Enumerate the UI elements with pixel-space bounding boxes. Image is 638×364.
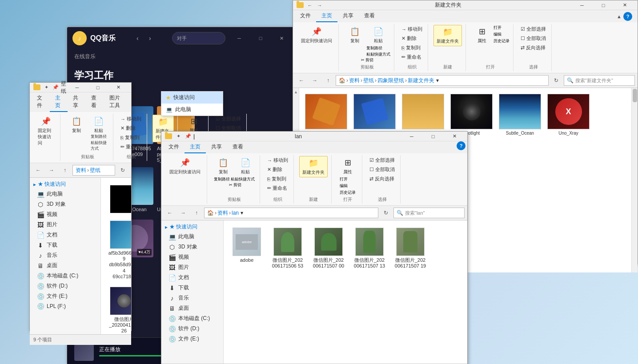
file-item-planet[interactable]: 微信图片_202004151226 — [106, 285, 131, 334]
grid-item-ocean[interactable]: Subtle_Ocean — [497, 92, 543, 144]
sidebar-this-pc[interactable]: 💻 此电脑 — [30, 189, 100, 199]
tab-share-3[interactable]: 共享 — [337, 10, 359, 22]
close-btn-1[interactable]: ✕ — [108, 81, 128, 94]
back-nav-1[interactable]: ← — [32, 165, 44, 176]
moveto-btn-2[interactable]: → 移动到 — [265, 156, 290, 164]
file-item-ocean[interactable]: af5b3d9669d09db9b58d9897469cc718_r — [106, 219, 131, 281]
invert-btn-2[interactable]: ⇄ 反向选择 — [368, 175, 397, 183]
sidebar-dl-2[interactable]: ⬇ 下载 — [161, 283, 223, 293]
refresh-nav-3[interactable]: ↻ — [550, 75, 562, 86]
tab-home-2[interactable]: 主页 — [185, 141, 206, 153]
new-folder-btn-2[interactable]: 📁 新建文件夹 — [299, 156, 328, 177]
rename-btn-2[interactable]: ✏ 重命名 — [265, 184, 290, 192]
tab-view-3[interactable]: 查看 — [359, 10, 380, 22]
sidebar-lpl-f[interactable]: 💿 LPL (F:) — [30, 301, 100, 311]
back-nav-3[interactable]: ← — [296, 75, 307, 86]
copyto-btn[interactable]: ⎘ 复制到 — [119, 133, 143, 142]
sidebar-quick-access-header[interactable]: ▸ ★ 快速访问 — [30, 180, 100, 189]
selectall-btn-3[interactable]: ☑ 全部选择 — [519, 25, 548, 33]
up-nav-2[interactable]: ↑ — [191, 208, 202, 218]
delete-btn[interactable]: ✕ 删除 — [119, 124, 143, 132]
pin-btn-3[interactable]: 📌 固定到快速访问 — [298, 25, 335, 45]
maximize-btn[interactable]: □ — [250, 32, 271, 45]
forward-btn[interactable]: › — [144, 33, 156, 44]
deselect-btn-3[interactable]: ☐ 全部取消 — [519, 34, 548, 43]
sidebar-qa-header-2[interactable]: ▸ ★ 快速访问 — [161, 222, 223, 232]
tab-share-1[interactable]: 共享 — [68, 92, 86, 112]
up-nav-3[interactable]: ↑ — [322, 75, 334, 86]
sidebar-video[interactable]: 🎬 视频 — [30, 209, 100, 220]
sidebar-desktop-2[interactable]: 🖥 桌面 — [161, 303, 223, 313]
minimize-btn-1[interactable]: ─ — [67, 81, 87, 94]
file-wechat1[interactable]: 微信图片_202006171506 53 — [270, 226, 305, 271]
maximize-btn-1[interactable]: □ — [88, 81, 108, 94]
invert-btn-3[interactable]: ⇄ 反向选择 — [519, 44, 548, 52]
file-wechat4[interactable]: 微信图片_202006171507 19 — [393, 226, 428, 271]
qa-pin-icon-2[interactable]: 📌 — [184, 132, 193, 140]
paste-btn[interactable]: 📄 粘贴 复制路径 粘贴快捷方式 — [88, 115, 109, 153]
close-btn[interactable]: ✕ — [272, 32, 292, 45]
tab-view-2[interactable]: 查看 — [227, 141, 249, 153]
help-btn-2[interactable]: ? — [457, 141, 465, 150]
paste-btn-2[interactable]: 📄 粘贴 — [235, 156, 256, 176]
path-dropdown-3[interactable]: ▾ — [436, 77, 439, 84]
sidebar-docs-2[interactable]: 📄 文档 — [161, 272, 223, 283]
qa-icon-3b[interactable]: → — [315, 1, 324, 9]
qa-icon-3a[interactable]: ← — [305, 1, 314, 9]
properties-btn-3[interactable]: ⊞ 属性 — [471, 25, 493, 45]
address-path-3[interactable]: 🏠 › 资料 › 壁纸 › 四象限壁纸 › 新建文件夹 ▾ — [336, 75, 549, 86]
back-nav-2[interactable]: ← — [164, 208, 176, 218]
sidebar-software-d[interactable]: 💿 软件 (D:) — [30, 281, 100, 291]
new-folder-btn-3[interactable]: 📁 新建文件夹 — [433, 25, 462, 46]
deselect-btn-2[interactable]: ☐ 全部取消 — [368, 165, 397, 174]
minimize-btn-3[interactable]: ─ — [572, 0, 592, 12]
help-btn-3[interactable]: ? — [623, 12, 632, 21]
collapse-ribbon-icon[interactable]: ▲ — [617, 14, 622, 19]
minimize-btn-2[interactable]: ─ — [401, 130, 422, 143]
tab-share-2[interactable]: 共享 — [206, 141, 227, 153]
scroll-up-3[interactable]: ▲ — [293, 88, 299, 96]
copyto-btn-2[interactable]: ⎘ 复制到 — [265, 175, 290, 183]
cut-3[interactable]: ✂ 剪切 — [361, 57, 374, 63]
refresh-nav-2[interactable]: ↻ — [380, 208, 392, 218]
address-path-2[interactable]: 🏠 › 资料 › lan ▾ — [204, 208, 378, 218]
tab-home-1[interactable]: 主页 — [50, 92, 68, 112]
forward-nav-1[interactable]: → — [46, 165, 57, 176]
sidebar-desktop[interactable]: 🖥 桌面 — [30, 260, 100, 271]
grid-item-uno[interactable]: X Uno_Xray — [545, 92, 592, 144]
dropdown-quick-access[interactable]: ★ 快速访问 — [161, 92, 223, 104]
pin-btn-2[interactable]: 📌 固定到快速访问 — [167, 156, 203, 176]
refresh-nav-1[interactable]: ↻ — [117, 165, 128, 176]
delete-btn-3[interactable]: ✕ 删除 — [400, 34, 424, 43]
tab-home-3[interactable]: 主页 — [316, 10, 337, 22]
qa-pin-icon[interactable]: 📌 — [52, 84, 60, 92]
tab-file-1[interactable]: 文件 — [32, 92, 50, 112]
paste-btn-3[interactable]: 📄 粘贴 — [366, 25, 390, 45]
rename-btn-3[interactable]: ✏ 重命名 — [400, 53, 424, 61]
qa-back-icon-2[interactable]: ✦ — [174, 132, 183, 140]
moveto-btn-3[interactable]: → 移动到 — [400, 25, 424, 33]
tab-picture-1[interactable]: 图片工具 — [104, 92, 129, 112]
properties-btn-2[interactable]: ⊞ 属性 — [337, 156, 358, 176]
copy-btn[interactable]: 📋 复制 — [66, 115, 87, 153]
forward-nav-2[interactable]: → — [177, 208, 189, 218]
minimize-btn[interactable]: ─ — [229, 32, 249, 45]
rename-btn[interactable]: ✏ 重命名 — [119, 143, 143, 151]
selectall-btn-2[interactable]: ☑ 全部选择 — [368, 156, 397, 164]
back-btn[interactable]: ‹ — [132, 33, 143, 44]
dropdown-this-pc[interactable]: 💻 此电脑 — [161, 104, 223, 116]
address-path-1[interactable]: 资料 › 壁纸 — [72, 165, 115, 176]
sidebar-downloads[interactable]: ⬇ 下载 — [30, 240, 100, 250]
search-box-3[interactable]: 🔍 搜索"新建文件夹" — [564, 75, 635, 86]
sidebar-disk-e-2[interactable]: 💿 文件 (E:) — [161, 334, 223, 344]
tab-view-1[interactable]: 查看 — [86, 92, 104, 112]
sidebar-local-disk-c[interactable]: 💿 本地磁盘 (C:) — [30, 271, 100, 281]
sidebar-disk-c-2[interactable]: 💿 本地磁盘 (C:) — [161, 313, 223, 324]
file-adobe[interactable]: adobe adobe — [229, 226, 265, 265]
moveto-btn[interactable]: → 移动到 — [119, 115, 143, 123]
file-wechat3[interactable]: 微信图片_202006171507 13 — [352, 226, 387, 271]
copy-btn-2[interactable]: 📋 复制 — [213, 156, 234, 176]
close-btn-2[interactable]: ✕ — [444, 130, 465, 143]
pin-btn[interactable]: 📌 固定到快速访问 — [35, 115, 56, 148]
copyto-btn-3[interactable]: ⎘ 复制到 — [400, 44, 424, 52]
